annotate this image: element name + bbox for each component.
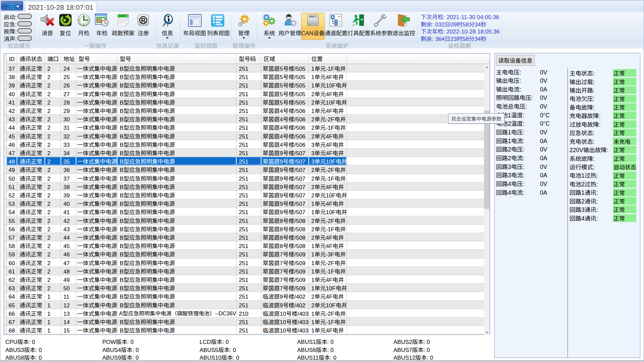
svg-text:R: R — [141, 17, 146, 24]
